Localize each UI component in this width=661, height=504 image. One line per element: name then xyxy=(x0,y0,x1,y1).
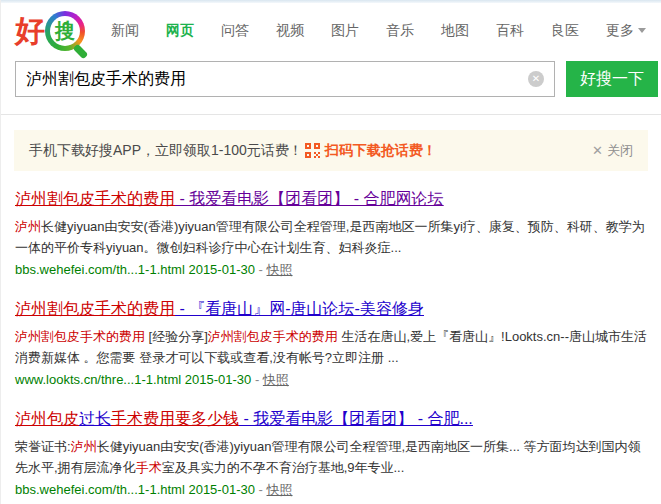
title-text: - 我爱看电影【团看团】 - 合肥网论坛 xyxy=(175,190,443,207)
haosou-logo[interactable]: 好 搜 xyxy=(15,11,85,52)
desc-text: 长健yiyuan由安安(香港)yiyuan管理有限公司全程管理,是西南地区一所集… xyxy=(15,219,645,255)
nav-item-more[interactable]: 更多 xyxy=(606,22,646,40)
result-date: 2015-01-30 xyxy=(188,262,255,277)
search-input-box: ✕ xyxy=(15,61,555,97)
search-input[interactable] xyxy=(16,62,518,96)
nav-item-web[interactable]: 网页 xyxy=(166,22,194,40)
clear-search-icon[interactable]: ✕ xyxy=(528,71,544,87)
meta-separator: - xyxy=(259,262,267,277)
logo-text-sou: 搜 xyxy=(50,16,80,46)
banner-close-button[interactable]: ✕ 关闭 xyxy=(592,142,633,160)
close-icon: ✕ xyxy=(592,143,603,158)
nav-item-news[interactable]: 新闻 xyxy=(111,22,139,40)
nav-item-liangyi[interactable]: 良医 xyxy=(551,22,579,40)
promo-banner: 手机下载好搜APP，立即领取1-100元话费！ 扫码下载抢话费！ ✕ 关闭 xyxy=(14,130,648,171)
banner-promo-link[interactable]: 扫码下载抢话费！ xyxy=(325,142,437,160)
result-title-link[interactable]: 泸州包皮过长手术费用要多少钱 - 我爱看电影【团看团】 - 合肥... xyxy=(15,409,473,429)
desc-keyword-highlight: 手术 xyxy=(136,460,162,475)
search-button[interactable]: 好搜一下 xyxy=(566,61,658,97)
result-description: 荣誉证书:泸州长健yiyuan由安安(香港)yiyuan管理有限公司全程管理,是… xyxy=(15,436,647,478)
header: 好 搜 新闻网页问答视频图片音乐地图百科良医更多 ✕ 好搜一下 xyxy=(1,3,661,115)
chevron-down-icon xyxy=(638,28,646,33)
desc-keyword-highlight: 泸州割包皮手术的费用 xyxy=(15,329,145,344)
result-description: 泸州长健yiyuan由安安(香港)yiyuan管理有限公司全程管理,是西南地区一… xyxy=(15,216,647,258)
snapshot-link[interactable]: 快照 xyxy=(263,372,289,387)
result-date: 2015-01-30 xyxy=(185,372,252,387)
snapshot-link[interactable]: 快照 xyxy=(267,482,293,497)
result-title-link[interactable]: 泸州割包皮手术的费用 - 我爱看电影【团看团】 - 合肥网论坛 xyxy=(15,189,443,209)
search-bar: ✕ 好搜一下 xyxy=(15,61,661,97)
title-keyword-highlight: 泸州割包皮手术的费用 xyxy=(15,190,175,207)
search-result: 泸州割包皮手术的费用 - 我爱看电影【团看团】 - 合肥网论坛 泸州长健yiyu… xyxy=(15,189,661,279)
logo-handle xyxy=(73,44,89,60)
magnifier-logo-icon: 搜 xyxy=(45,11,85,51)
result-description: 泸州割包皮手术的费用 [经验分享]泸州割包皮手术的费用 生活在唐山,爱上『看唐山… xyxy=(15,326,647,368)
title-keyword-highlight: 泸州包皮 xyxy=(15,410,79,427)
nav-item-video[interactable]: 视频 xyxy=(276,22,304,40)
result-meta: bbs.wehefei.com/th...1-1.html 2015-01-30… xyxy=(15,481,661,499)
result-meta: bbs.wehefei.com/th...1-1.html 2015-01-30… xyxy=(15,261,661,279)
title-keyword-highlight: 手术费用要多少钱 xyxy=(111,410,239,427)
desc-text: 荣誉证书: xyxy=(15,439,71,454)
title-text: - 我爱看电影【团看团】 - 合肥... xyxy=(239,410,473,427)
close-label: 关闭 xyxy=(607,142,633,160)
banner-text: 手机下载好搜APP，立即领取1-100元话费！ xyxy=(29,142,303,160)
desc-keyword-highlight: 泸州 xyxy=(71,439,97,454)
nav-list: 新闻网页问答视频图片音乐地图百科良医更多 xyxy=(111,22,646,40)
desc-text: 室及具实力的不孕不育治疗基地,9年专业... xyxy=(162,460,405,475)
desc-keyword-highlight: 泸州 xyxy=(15,219,41,234)
result-title-link[interactable]: 泸州割包皮手术的费用 - 『看唐山』网-唐山论坛-美容修身 xyxy=(15,299,424,319)
snapshot-link[interactable]: 快照 xyxy=(267,262,293,277)
meta-separator: - xyxy=(259,482,267,497)
desc-text: [经验分享] xyxy=(145,329,208,344)
result-url: bbs.wehefei.com/th...1-1.html xyxy=(15,262,188,277)
nav-item-qa[interactable]: 问答 xyxy=(221,22,249,40)
desc-keyword-highlight: 泸州割包皮手术的费用 xyxy=(208,329,338,344)
title-keyword-highlight: 泸州割包皮手术的费用 xyxy=(15,300,175,317)
logo-text-hao: 好 xyxy=(15,11,44,52)
results: 泸州割包皮手术的费用 - 我爱看电影【团看团】 - 合肥网论坛 泸州长健yiyu… xyxy=(1,171,661,499)
nav-item-music[interactable]: 音乐 xyxy=(386,22,414,40)
title-text: - 『看唐山』网-唐山论坛-美容修身 xyxy=(175,300,424,317)
result-date: 2015-01-30 xyxy=(188,482,255,497)
search-result: 泸州包皮过长手术费用要多少钱 - 我爱看电影【团看团】 - 合肥... 荣誉证书… xyxy=(15,409,661,499)
meta-separator: - xyxy=(255,372,263,387)
nav-item-image[interactable]: 图片 xyxy=(331,22,359,40)
result-meta: www.lookts.cn/thre...1-1.html 2015-01-30… xyxy=(15,371,661,389)
search-result: 泸州割包皮手术的费用 - 『看唐山』网-唐山论坛-美容修身 泸州割包皮手术的费用… xyxy=(15,299,661,389)
qr-code-icon xyxy=(305,143,320,158)
search-results-page: 好 搜 新闻网页问答视频图片音乐地图百科良医更多 ✕ 好搜一下 手机下载好搜AP… xyxy=(0,0,661,504)
nav-item-map[interactable]: 地图 xyxy=(441,22,469,40)
result-url: www.lookts.cn/thre...1-1.html xyxy=(15,372,185,387)
result-url: bbs.wehefei.com/th...1-1.html xyxy=(15,482,188,497)
nav-item-baike[interactable]: 百科 xyxy=(496,22,524,40)
title-text: 过长 xyxy=(79,410,111,427)
